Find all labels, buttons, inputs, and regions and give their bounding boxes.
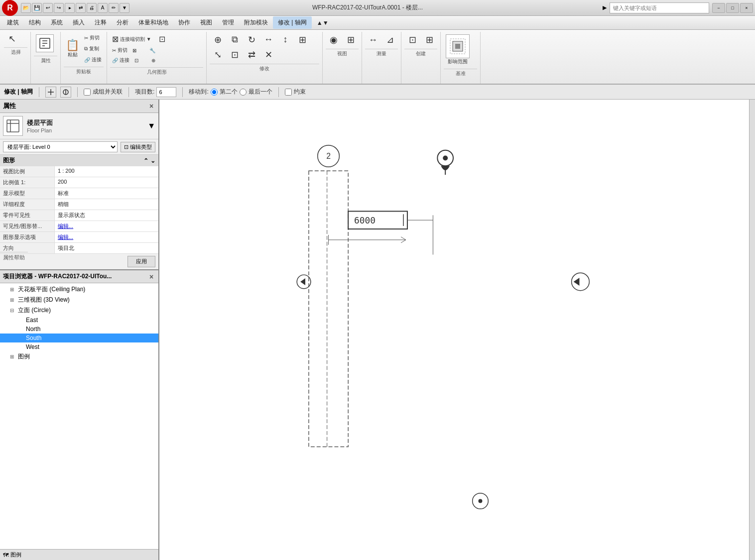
align-button[interactable]: ⊡	[154, 33, 170, 45]
menu-annotate[interactable]: 注释	[90, 16, 112, 29]
legend-label: 图例	[10, 551, 21, 559]
rotate-button[interactable]: ↻	[244, 33, 259, 47]
edit-type-button[interactable]: ⊡ 编辑类型	[121, 142, 155, 152]
vertical-scrollbar[interactable]	[749, 100, 755, 560]
prop-val-edit[interactable]: 编辑...	[55, 221, 158, 231]
minimize-button[interactable]: −	[712, 3, 725, 13]
menu-insert[interactable]: 插入	[68, 16, 90, 29]
move-button[interactable]: ⊕	[210, 33, 226, 47]
menu-modify-grids[interactable]: 修改 | 轴网	[273, 16, 312, 29]
delete-button[interactable]: ✕	[260, 48, 276, 62]
quick-access-save[interactable]: 💾	[32, 3, 42, 13]
menu-structure[interactable]: 结构	[24, 16, 46, 29]
join-cut-button[interactable]: ⊠ 连接端切割 ▼	[110, 33, 153, 45]
properties-button[interactable]	[34, 33, 56, 54]
prop-dropdown-arrow[interactable]: ▼	[147, 121, 155, 130]
svg-point-31	[479, 499, 483, 503]
mirror-x-icon: ↔	[264, 34, 273, 45]
item-count-input[interactable]	[156, 87, 176, 97]
influence-range-button[interactable]: 影响范围	[444, 33, 472, 67]
quick-access-draw[interactable]: ✏	[109, 3, 119, 13]
tree-item-south[interactable]: ─ South	[0, 334, 158, 342]
quick-access-text[interactable]: A	[98, 3, 108, 13]
quick-access-open[interactable]: 📂	[21, 3, 31, 13]
quick-access-print[interactable]: 🖨	[87, 3, 97, 13]
quick-access-sync[interactable]: ⇄	[76, 3, 86, 13]
prop-row-visibility: 可见性/图形替... 编辑...	[0, 221, 158, 232]
constrain-checkbox[interactable]	[285, 89, 292, 96]
maximize-button[interactable]: □	[726, 3, 739, 13]
clipboard-tools: ✂ 剪切 ⧉ 复制 🔗 连接	[82, 33, 104, 65]
copy-button[interactable]: ⧉ 复制	[82, 44, 104, 54]
menu-manage[interactable]: 管理	[217, 16, 239, 29]
expand-icon[interactable]: ⊞	[10, 354, 18, 359]
measure-button[interactable]: ↔	[365, 33, 381, 47]
properties-close-button[interactable]: ×	[147, 102, 155, 110]
grid-icon-2[interactable]	[60, 87, 71, 98]
expand-icon[interactable]: ⊞	[10, 287, 18, 292]
level-select[interactable]: 楼层平面: Level 0	[3, 141, 118, 152]
quick-access-dropdown[interactable]: ▼	[120, 3, 129, 13]
tree-item-ceiling[interactable]: ⊞ 天花板平面 (Ceiling Plan)	[0, 284, 158, 295]
scale-button[interactable]: ⤡	[210, 48, 226, 62]
create2-button[interactable]: ⊞	[421, 33, 437, 47]
cut-button[interactable]: ✂ 剪切	[82, 33, 104, 43]
expand-icon[interactable]: ⊟	[10, 308, 18, 313]
measure2-button[interactable]: ⊿	[382, 33, 398, 47]
apply-button[interactable]: 应用	[127, 256, 155, 267]
tree-item-elevation[interactable]: ⊟ 立面 (Circle)	[0, 305, 158, 316]
quick-access-more[interactable]: ▸	[65, 3, 75, 13]
split2-button[interactable]: ⊕	[149, 56, 165, 65]
tree-item-3d[interactable]: ⊞ 三维视图 (3D View)	[0, 295, 158, 305]
project-browser-close-button[interactable]: ×	[147, 273, 155, 281]
quick-access-redo[interactable]: ↪	[54, 3, 64, 13]
create-button[interactable]: ⊡	[404, 33, 420, 47]
collapse-icon[interactable]: ⌃	[143, 157, 148, 164]
array-button[interactable]: ⊞	[294, 33, 310, 47]
menu-system[interactable]: 系统	[46, 16, 68, 29]
expand-icon[interactable]: ⊞	[10, 297, 18, 303]
wrench-button[interactable]: 🔧	[147, 46, 163, 55]
menu-expand[interactable]: ▲▼	[312, 17, 334, 28]
cut-geom-button[interactable]: ✂ 剪切	[110, 45, 129, 55]
search-input[interactable]	[610, 2, 709, 13]
menu-addins[interactable]: 附加模块	[239, 16, 273, 29]
grid-view-button[interactable]: ⊞	[343, 33, 359, 47]
grid-icon-1[interactable]	[45, 87, 56, 98]
tree-item-north[interactable]: ─ North	[0, 325, 158, 334]
project-browser-tree: ⊞ 天花板平面 (Ceiling Plan) ⊞ 三维视图 (3D View) …	[0, 283, 158, 549]
mirror-y-button[interactable]: ↕	[277, 33, 293, 47]
tree-item-west[interactable]: ─ West	[0, 342, 158, 351]
connect-geom-button[interactable]: 🔗 连接	[110, 55, 131, 65]
ribbon-row	[34, 33, 56, 54]
menu-massing[interactable]: 体量和场地	[133, 16, 173, 29]
menu-view[interactable]: 视图	[195, 16, 217, 29]
group-checkbox[interactable]	[84, 89, 91, 96]
visibility-button[interactable]: ◉	[326, 33, 342, 47]
expand-icon[interactable]: ⌄	[150, 157, 155, 164]
prop-val-edit2[interactable]: 编辑...	[55, 232, 158, 242]
paste-button[interactable]: 📋 粘贴	[64, 38, 81, 60]
uncut-icon: ⊠	[132, 48, 136, 53]
connect-button[interactable]: 🔗 连接	[82, 55, 104, 65]
expand-arrow[interactable]: ▶	[603, 4, 607, 11]
canvas-area[interactable]: 2 6000	[159, 100, 749, 560]
select-tool-button[interactable]: ↖	[4, 33, 20, 45]
menu-bar: 建筑 结构 系统 插入 注释 分析 体量和场地 协作 视图 管理 附加模块 修改…	[0, 16, 755, 30]
menu-collaborate[interactable]: 协作	[173, 16, 195, 29]
tree-item-east[interactable]: ─ East	[0, 316, 158, 325]
uncut-button[interactable]: ⊠	[130, 46, 146, 55]
offset-button[interactable]: ⇄	[244, 48, 259, 62]
close-button[interactable]: ×	[740, 3, 753, 13]
copy-mod-button[interactable]: ⧉	[227, 33, 243, 47]
split-button[interactable]: ⊡	[132, 56, 148, 65]
trim-icon: ⊡	[231, 49, 239, 60]
trim-button[interactable]: ⊡	[227, 48, 243, 62]
mirror-x-button[interactable]: ↔	[260, 33, 276, 47]
radio-last[interactable]	[240, 89, 247, 96]
menu-analyze[interactable]: 分析	[112, 16, 133, 29]
quick-access-undo[interactable]: ↩	[43, 3, 53, 13]
tree-item-legend[interactable]: ⊞ 图例	[0, 351, 158, 362]
menu-architecture[interactable]: 建筑	[2, 16, 24, 29]
radio-second[interactable]	[211, 89, 218, 96]
